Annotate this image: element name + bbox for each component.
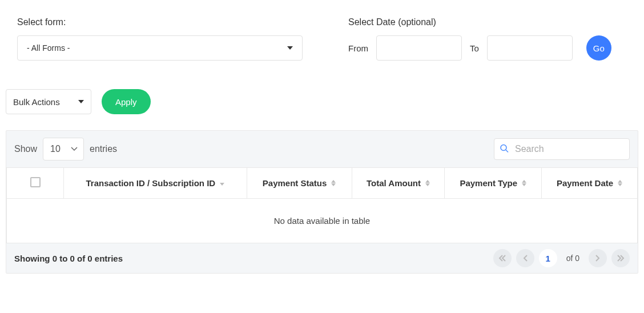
- svg-line-1: [506, 150, 508, 153]
- column-checkbox: [7, 168, 64, 199]
- prev-page-button[interactable]: [516, 249, 534, 267]
- to-label: To: [470, 43, 479, 53]
- column-transaction-id[interactable]: Transaction ID / Subscription ID: [64, 168, 247, 199]
- sort-icon: [331, 180, 336, 186]
- select-all-checkbox[interactable]: [30, 177, 41, 187]
- page-of-text: of 0: [566, 254, 579, 263]
- sort-icon: [522, 180, 526, 186]
- footer-info: Showing 0 to 0 of 0 entries: [14, 254, 123, 263]
- search-wrapper: [494, 138, 630, 160]
- apply-button[interactable]: Apply: [102, 89, 151, 114]
- search-icon: [500, 144, 509, 155]
- select-form-group: Select form: - All Forms -: [17, 17, 303, 61]
- chevron-down-icon: [71, 147, 78, 151]
- current-page-button[interactable]: 1: [539, 249, 557, 267]
- svg-point-0: [501, 145, 506, 151]
- caret-down-icon: [78, 100, 84, 103]
- bulk-actions-dropdown[interactable]: Bulk Actions: [6, 89, 91, 114]
- last-page-button[interactable]: [611, 249, 630, 267]
- pagination: 1 of 0: [493, 249, 630, 267]
- search-input[interactable]: [494, 138, 630, 160]
- caret-down-icon: [287, 46, 293, 50]
- column-total-amount[interactable]: Total Amount: [352, 168, 445, 199]
- next-page-button[interactable]: [589, 249, 607, 267]
- go-button[interactable]: Go: [586, 35, 611, 61]
- select-form-value: - All Forms -: [27, 43, 70, 53]
- column-payment-type[interactable]: Payment Type: [445, 168, 542, 199]
- select-date-label: Select Date (optional): [348, 17, 611, 27]
- to-date-input[interactable]: [487, 35, 573, 61]
- first-page-button[interactable]: [493, 249, 512, 267]
- column-payment-date[interactable]: Payment Date: [542, 168, 638, 199]
- table-row: No data available in table: [7, 199, 638, 243]
- select-form-label: Select form:: [17, 17, 303, 27]
- select-date-group: Select Date (optional) From To Go: [348, 17, 611, 61]
- sort-icon: [618, 180, 622, 186]
- show-label: Show: [14, 144, 37, 154]
- entries-select[interactable]: 10: [43, 138, 84, 160]
- data-table: Transaction ID / Subscription ID Payment…: [6, 167, 638, 243]
- from-date-input[interactable]: [376, 35, 462, 61]
- from-label: From: [348, 43, 368, 53]
- select-form-dropdown[interactable]: - All Forms -: [17, 35, 303, 61]
- entries-label: entries: [90, 144, 117, 154]
- sort-icon: [425, 180, 430, 186]
- table-wrapper: Show 10 entries Tr: [6, 130, 638, 274]
- show-entries: Show 10 entries: [14, 138, 117, 160]
- entries-value: 10: [50, 144, 61, 154]
- no-data-cell: No data available in table: [7, 199, 638, 243]
- sort-desc-icon: [220, 178, 224, 188]
- column-payment-status[interactable]: Payment Status: [247, 168, 352, 199]
- bulk-actions-label: Bulk Actions: [13, 97, 60, 107]
